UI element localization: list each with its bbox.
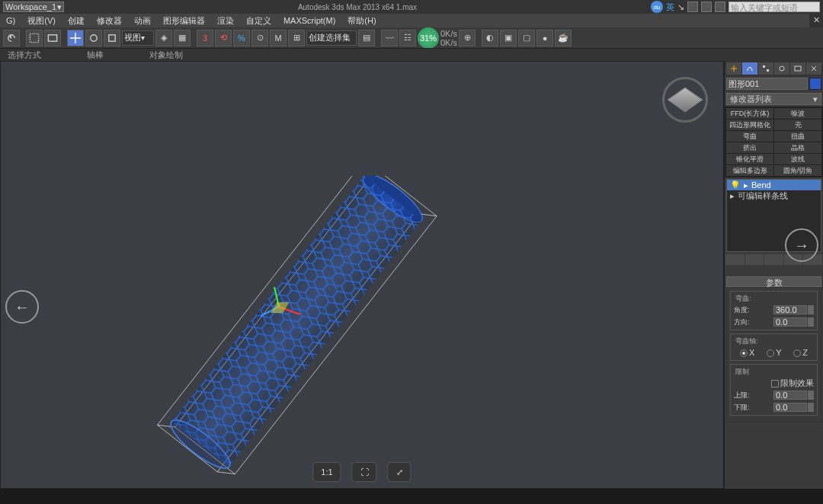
modifier-list-combo[interactable]: 修改器列表▾: [726, 93, 821, 105]
upper-spinner[interactable]: 0.0: [773, 391, 807, 400]
unique-button[interactable]: [764, 254, 783, 265]
move-button[interactable]: [67, 30, 84, 46]
mesh-object[interactable]: [130, 176, 443, 489]
next-arrow[interactable]: →: [785, 228, 818, 262]
mod-fillet[interactable]: 圆角/切角: [774, 165, 821, 176]
material-button[interactable]: ◐: [482, 30, 498, 46]
mod-editpoly[interactable]: 编辑多边形: [726, 165, 773, 176]
scale-button[interactable]: [104, 30, 120, 46]
snap-button[interactable]: 3: [197, 30, 213, 46]
grid-icon[interactable]: [715, 2, 725, 12]
render-frame-button[interactable]: ▢: [518, 30, 535, 46]
show-result-button[interactable]: [745, 254, 764, 265]
baidu-icon[interactable]: du: [651, 1, 663, 13]
select-filter-button[interactable]: ▦: [174, 30, 191, 46]
object-name-input[interactable]: 图形001: [726, 78, 808, 90]
menu-view[interactable]: 视图(V): [21, 14, 62, 27]
layer-button[interactable]: ▤: [358, 30, 375, 46]
pivot-button[interactable]: ◈: [155, 30, 172, 46]
menu-grapheditors[interactable]: 图形编辑器: [157, 14, 211, 27]
snap-angle-button[interactable]: ⟲: [215, 30, 232, 46]
tab-motion[interactable]: [774, 62, 789, 75]
viewcube[interactable]: [662, 77, 708, 123]
direction-spinner[interactable]: 0.0: [773, 317, 807, 327]
direction-spin-arrows[interactable]: [808, 317, 814, 327]
stack-bend[interactable]: 💡 ▸ Bend: [727, 180, 821, 190]
snap-percent-button[interactable]: %: [233, 30, 250, 46]
menu-maxscript[interactable]: MAXScript(M): [277, 14, 341, 27]
ime-icon[interactable]: ↘: [677, 2, 684, 12]
upper-label: 上限:: [734, 391, 750, 400]
close-button[interactable]: ✕: [809, 14, 823, 27]
params-rollout-header[interactable]: 参数: [726, 276, 821, 287]
limit-effect-checkbox[interactable]: 限制效果: [771, 378, 814, 389]
lower-spinner[interactable]: 0.0: [773, 403, 807, 412]
select-rect-button[interactable]: [26, 30, 43, 46]
menu-g[interactable]: G): [0, 14, 21, 27]
mod-noise[interactable]: 噪波: [774, 108, 821, 119]
prev-arrow[interactable]: ←: [5, 290, 39, 324]
fit-screen-button[interactable]: ⛶: [352, 462, 377, 482]
lower-spin-arrows[interactable]: [808, 403, 814, 412]
params-rollout: 弯曲: 角度: 360.0 方向: 0.0 弯曲轴: X Y Z: [726, 287, 821, 423]
mod-quad[interactable]: 四边形网格化: [726, 120, 773, 130]
bend-group-label: 弯曲:: [734, 294, 753, 304]
ime-indicator[interactable]: 英: [666, 2, 674, 13]
angle-label: 角度:: [734, 305, 750, 315]
sub-toolbar: 选择方式 轴棒 对象绘制: [0, 49, 823, 61]
perspective-viewport[interactable]: ← 1:1 ⛶ ⤢: [0, 61, 724, 489]
mod-twist[interactable]: 扭曲: [774, 131, 821, 142]
mod-wave[interactable]: 波线: [774, 154, 821, 164]
menu-customize[interactable]: 自定义: [240, 14, 277, 27]
mod-ffd[interactable]: FFD(长方体): [726, 108, 773, 119]
stack-spline[interactable]: ▸可编辑样条线: [727, 190, 821, 201]
mod-taper[interactable]: 锥化平滑: [726, 154, 773, 164]
align-button[interactable]: ⊞: [288, 30, 305, 46]
search-input[interactable]: 输入关键字或短语: [729, 2, 820, 12]
toggle2-icon[interactable]: [701, 2, 712, 12]
schematic-button[interactable]: ☷: [399, 30, 416, 46]
curve-editor-button[interactable]: 〰: [381, 30, 398, 46]
menu-create[interactable]: 创建: [62, 14, 91, 27]
mod-bend[interactable]: 弯曲: [726, 131, 773, 142]
zoom-ratio-button[interactable]: 1:1: [312, 462, 341, 482]
fullscreen-button[interactable]: ⤢: [388, 462, 412, 482]
teapot-button[interactable]: ☕: [555, 30, 572, 46]
mod-shell[interactable]: 壳: [774, 120, 821, 130]
mod-lattice[interactable]: 晶格: [774, 142, 821, 153]
menu-rendering[interactable]: 渲染: [211, 14, 240, 27]
axis-x-radio[interactable]: X: [740, 348, 754, 357]
mod-extrude[interactable]: 挤出: [726, 142, 773, 153]
toggle1-icon[interactable]: [687, 2, 698, 12]
net-down: 0K/s: [440, 38, 457, 47]
angle-spinner[interactable]: 360.0: [773, 305, 807, 314]
angle-spin-arrows[interactable]: [808, 305, 814, 314]
axis-z-radio[interactable]: Z: [793, 348, 808, 357]
main-toolbar: 视图 ▾ ◈ ▦ 3 ⟲ % ⊙ M ⊞ 创建选择集 ▤ 〰 ☷ 31% 0K/…: [0, 27, 823, 49]
object-color-swatch[interactable]: [809, 78, 821, 90]
coord-system-combo[interactable]: 视图 ▾: [122, 30, 154, 46]
select-lasso-button[interactable]: [44, 30, 61, 46]
undo-button[interactable]: [3, 30, 20, 46]
mirror-button[interactable]: M: [270, 30, 287, 46]
tab-modify[interactable]: [742, 62, 757, 75]
snap-spinner-button[interactable]: ⊙: [251, 30, 268, 46]
menu-animation[interactable]: 动画: [128, 14, 157, 27]
render-setup-button[interactable]: ▣: [500, 30, 517, 46]
tab-utilities[interactable]: [806, 62, 821, 75]
extra1-button[interactable]: ⊕: [459, 30, 476, 46]
tab-create[interactable]: [726, 62, 741, 75]
axis-y-radio[interactable]: Y: [767, 348, 781, 357]
named-set-combo[interactable]: 创建选择集: [306, 30, 357, 46]
pin-stack-button[interactable]: [725, 254, 745, 265]
tab-hierarchy[interactable]: [758, 62, 773, 75]
workspace-selector[interactable]: Workspace_1▾: [3, 2, 64, 12]
menu-help[interactable]: 帮助(H): [341, 14, 382, 27]
rotate-button[interactable]: [85, 30, 102, 46]
quick-render-button[interactable]: ●: [536, 30, 553, 46]
menu-modifiers[interactable]: 修改器: [91, 14, 128, 27]
svg-point-22: [780, 66, 784, 71]
net-up: 0K/s: [440, 29, 457, 38]
upper-spin-arrows[interactable]: [808, 391, 814, 400]
tab-display[interactable]: [790, 62, 805, 75]
